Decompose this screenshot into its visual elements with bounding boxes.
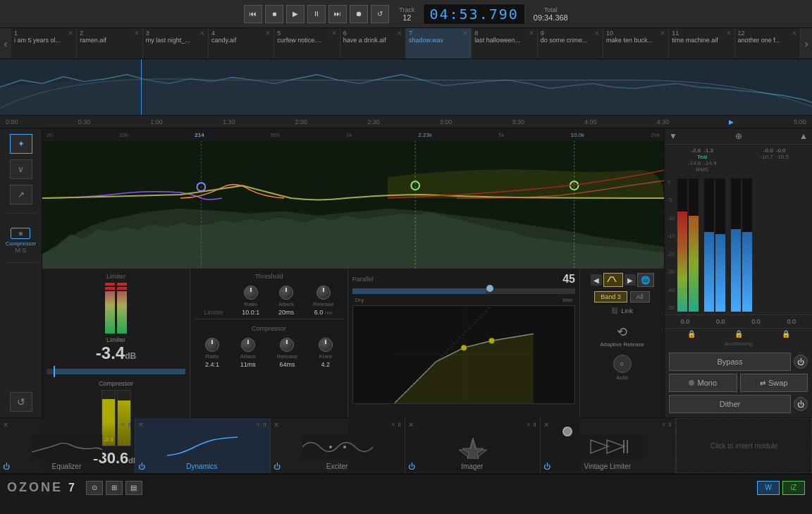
module-vintage-limiter[interactable]: ✕ ≡ ⏸ ⏻ Vintage Limiter	[541, 418, 676, 473]
track-item[interactable]: 10✕ make ten buck...	[603, 28, 669, 59]
parallel-label: Parallel	[352, 276, 374, 283]
vl-settings-icon[interactable]: ≡	[662, 422, 665, 428]
bypass-button[interactable]: Bypass	[669, 353, 791, 371]
prev-button[interactable]: ⏮	[244, 5, 262, 23]
loop-button[interactable]: ↺	[371, 5, 389, 23]
globe-btn[interactable]: 🌐	[637, 273, 654, 287]
brand-icon-i[interactable]: iZ	[782, 481, 805, 495]
track-item[interactable]: 2✕ ramen.aif	[77, 28, 142, 59]
img-power-btn[interactable]: ⏻	[408, 463, 415, 470]
transport-bar: ⏮ ■ ▶ ⏸ ⏭ ⏺ ↺ Track 12 04:53.790 Total 0…	[0, 0, 812, 28]
eq-pause-icon[interactable]: ⏸	[126, 422, 132, 428]
comp-ratio-knob[interactable]	[205, 338, 219, 352]
stereo-icon[interactable]: ⊕	[11, 228, 30, 239]
track-item[interactable]: 1✕ i am 5 years ol...	[11, 28, 77, 59]
track-item[interactable]: 3✕ my last night_...	[143, 28, 209, 59]
limiter-ratio-knob[interactable]	[244, 286, 258, 300]
dyn-settings-icon[interactable]: ≡	[257, 422, 260, 428]
attack1-label: Attack	[278, 301, 294, 307]
limiter-threshold-handle[interactable]	[54, 366, 55, 377]
dyn-close-btn[interactable]: ✕	[138, 421, 144, 429]
dyn-power-btn[interactable]: ⏻	[138, 463, 145, 470]
module-equalizer[interactable]: ✕ ≡ ⏸ ⏻ Equalizer	[0, 418, 135, 473]
exc-power-btn[interactable]: ⏻	[273, 463, 281, 470]
mono-button[interactable]: Mono	[669, 374, 737, 392]
undo-button[interactable]: ↺	[10, 392, 32, 412]
bottom-icon-3[interactable]: ▤	[125, 481, 142, 495]
dyn-pause-icon[interactable]: ⏸	[262, 422, 267, 428]
track-item[interactable]: 11✕ time machine.aif	[669, 28, 734, 59]
track-prev-button[interactable]: ‹	[0, 28, 11, 59]
vl-close-btn[interactable]: ✕	[543, 421, 549, 429]
auto-button[interactable]: ○	[613, 355, 632, 373]
meter-bar-r4	[742, 178, 752, 312]
brand-icon-w[interactable]: W	[757, 481, 780, 495]
dyn-name: Dynamics	[186, 463, 217, 470]
track-item[interactable]: 12✕ another one f...	[735, 28, 801, 59]
limiter-release-knob[interactable]	[316, 286, 331, 300]
exc-pause-icon[interactable]: ⏸	[396, 422, 402, 428]
comp-attack-knob[interactable]	[241, 338, 255, 352]
img-pause-icon[interactable]: ⏸	[531, 422, 537, 428]
swap-button[interactable]: ⇄ Swap	[740, 374, 808, 392]
limiter-threshold-slider[interactable]	[47, 369, 185, 374]
dither-power-icon[interactable]: ⏻	[794, 397, 808, 411]
draw-tool-button[interactable]: ∨	[10, 159, 32, 179]
meter-collapse-icon[interactable]: ▲	[799, 131, 808, 141]
band-next-btn[interactable]: ▶	[625, 274, 636, 286]
stop-button[interactable]: ■	[265, 5, 283, 23]
dry-wet-handle[interactable]	[486, 285, 493, 292]
vl-pause-icon[interactable]: ⏸	[667, 422, 672, 428]
dry-wet-slider[interactable]: Dry Wet	[352, 288, 575, 294]
track-item[interactable]: 5✕ curfew notice....	[274, 28, 340, 59]
adaptive-release-label: Adaptive Release	[600, 341, 644, 348]
record-button[interactable]: ⏺	[350, 5, 368, 23]
exc-close-btn[interactable]: ✕	[273, 421, 279, 429]
module-imager[interactable]: ✕ ≡ ⏸ ⏻ Imager	[405, 418, 541, 473]
lock-icon-3[interactable]: 🔒	[782, 330, 790, 338]
track-item[interactable]: 8✕ last halloween...	[472, 28, 537, 59]
eq-close-btn[interactable]: ✕	[3, 421, 8, 429]
eq-settings-icon[interactable]: ≡	[121, 422, 125, 428]
bottom-icon-2[interactable]: ⊞	[106, 481, 123, 495]
dither-button[interactable]: Dither	[669, 395, 791, 413]
wet-label: Wet	[562, 297, 572, 303]
next-button[interactable]: ⏭	[328, 5, 347, 23]
module-exciter[interactable]: ✕ ≡ ⏸ ⏻ Exciter	[271, 418, 406, 473]
vl-power-btn[interactable]: ⏻	[543, 463, 550, 470]
lock-icon-1[interactable]: 🔒	[687, 330, 696, 338]
bottom-icon-1[interactable]: ⊙	[86, 481, 103, 495]
exc-settings-icon[interactable]: ≡	[392, 422, 395, 428]
band-3-btn[interactable]: Band 3	[594, 291, 627, 302]
limiter-attack-knob[interactable]	[279, 286, 293, 300]
eq-power-btn[interactable]: ⏻	[3, 463, 10, 470]
img-close-btn[interactable]: ✕	[408, 421, 414, 429]
module-strip: ✕ ≡ ⏸ ⏻ Equalizer ✕	[0, 417, 812, 474]
comp-knee-group: Knee 4.2	[319, 338, 333, 368]
insert-module-placeholder[interactable]: Click to insert module	[676, 418, 812, 473]
band-prev-btn[interactable]: ◀	[591, 274, 602, 286]
track-next-button[interactable]: ›	[801, 28, 812, 59]
module-dynamics[interactable]: ✕ ≡ ⏸ ⏻ Dynamics	[135, 418, 271, 473]
track-item-active[interactable]: 7✕ shadow.wav	[406, 28, 472, 59]
left-peak-val: -2.6	[691, 147, 701, 154]
img-settings-icon[interactable]: ≡	[527, 422, 531, 428]
pause-button[interactable]: ⏸	[307, 5, 326, 23]
play-button[interactable]: ▶	[286, 5, 304, 23]
track-item[interactable]: 6✕ have a drink.aif	[340, 28, 406, 59]
ratio1-label: Ratio	[244, 301, 257, 307]
lock-icon-2[interactable]: 🔒	[734, 330, 743, 338]
select-tool-button[interactable]: ✦	[10, 134, 32, 154]
adaptive-release-icon[interactable]: ⟲	[617, 324, 627, 340]
zoom-tool-button[interactable]: ↗	[10, 185, 32, 204]
meter-link-icon[interactable]: ⊕	[735, 131, 742, 141]
track-item[interactable]: 9✕ do some crime...	[538, 28, 603, 59]
comp-release-knob[interactable]	[280, 338, 294, 352]
vu-left	[105, 283, 115, 334]
comp-knee-knob[interactable]	[319, 338, 333, 352]
meter-settings-icon[interactable]: ▼	[669, 131, 677, 141]
bypass-power-icon[interactable]: ⏻	[794, 355, 808, 369]
all-btn[interactable]: All	[630, 291, 650, 302]
track-item[interactable]: 4✕ candy.aif	[209, 28, 274, 59]
eq-svg	[42, 128, 664, 268]
